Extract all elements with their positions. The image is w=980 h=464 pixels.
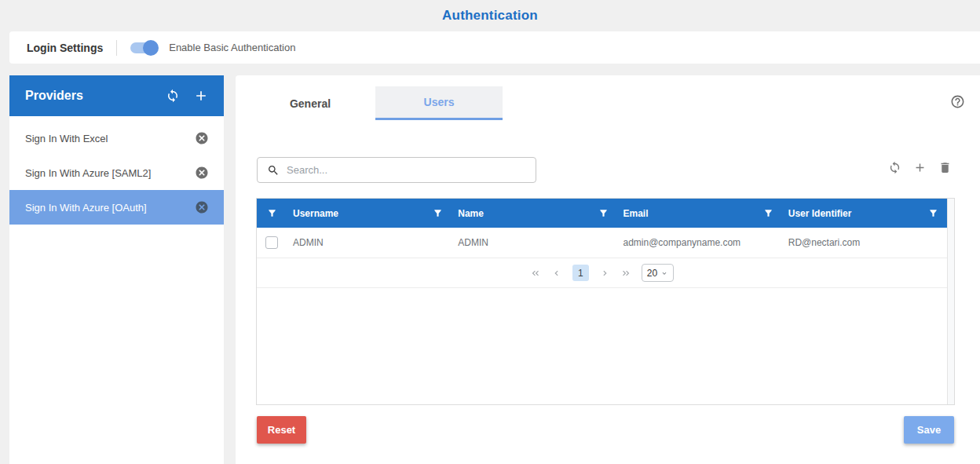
- remove-provider-button[interactable]: [195, 166, 209, 180]
- authentication-screen: Authentication Login Settings Enable Bas…: [0, 0, 980, 464]
- divider: [116, 40, 117, 56]
- refresh-providers-button[interactable]: [166, 89, 180, 103]
- tab-label: General: [290, 97, 331, 110]
- enable-basic-auth-label: Enable Basic Authentication: [169, 42, 295, 53]
- last-page-button[interactable]: [620, 268, 631, 279]
- table-header: Username Name Email User Identifier: [257, 199, 947, 228]
- cell-name: ADMIN: [452, 237, 616, 248]
- help-button[interactable]: [950, 94, 965, 109]
- provider-label: Sign In With Excel: [25, 133, 195, 144]
- providers-panel: Providers Sign In With Excel Sign In Wit…: [9, 75, 224, 464]
- double-chevron-right-icon: [620, 268, 631, 279]
- search-box: [257, 157, 536, 183]
- cell-email: admin@companyname.com: [617, 237, 782, 248]
- users-table-inner: Username Name Email User Identifier: [257, 199, 948, 404]
- chevron-right-icon: [599, 268, 610, 279]
- login-settings-label: Login Settings: [27, 42, 103, 54]
- row-checkbox[interactable]: [265, 236, 278, 249]
- provider-list: Sign In With Excel Sign In With Azure [S…: [9, 116, 224, 225]
- search-input[interactable]: [287, 164, 528, 176]
- first-page-button[interactable]: [530, 268, 541, 279]
- providers-header: Providers: [9, 75, 224, 116]
- remove-provider-button[interactable]: [195, 200, 209, 214]
- trash-icon: [938, 161, 952, 174]
- page-title: Authentication: [0, 0, 980, 24]
- column-label: Name: [458, 208, 484, 219]
- delete-user-button[interactable]: [938, 161, 952, 174]
- double-chevron-left-icon: [530, 268, 541, 279]
- filter-icon[interactable]: [433, 208, 443, 218]
- header-user-identifier: User Identifier: [782, 199, 947, 228]
- close-circle-icon: [195, 200, 209, 214]
- filter-icon[interactable]: [928, 208, 938, 218]
- filter-icon[interactable]: [763, 208, 773, 218]
- provider-label: Sign In With Azure [SAML2]: [25, 167, 195, 179]
- column-label: User Identifier: [788, 208, 852, 219]
- close-circle-icon: [195, 166, 209, 180]
- top-bar: Authentication: [0, 0, 980, 31]
- users-table: Username Name Email User Identifier: [256, 198, 955, 405]
- tab-general[interactable]: General: [247, 86, 374, 120]
- page-size-select[interactable]: 20: [642, 264, 674, 282]
- search-icon: [267, 164, 280, 177]
- header-checkbox-column: [257, 199, 287, 228]
- refresh-icon: [888, 161, 901, 174]
- provider-item-azure-oauth[interactable]: Sign In With Azure [OAuth]: [9, 190, 224, 225]
- filter-icon[interactable]: [267, 208, 277, 218]
- reset-button[interactable]: Reset: [257, 416, 306, 444]
- add-user-button[interactable]: [913, 161, 927, 174]
- row-checkbox-cell: [257, 236, 287, 249]
- cell-user-identifier: RD@nectari.com: [782, 237, 947, 248]
- providers-title: Providers: [25, 89, 152, 103]
- close-circle-icon: [195, 131, 209, 145]
- next-page-button[interactable]: [599, 268, 610, 279]
- provider-item-excel[interactable]: Sign In With Excel: [9, 121, 224, 155]
- cell-username: ADMIN: [287, 237, 452, 248]
- filter-icon[interactable]: [598, 208, 609, 218]
- pagination: 1 20: [257, 258, 947, 288]
- page-size-value: 20: [647, 268, 657, 279]
- prev-page-button[interactable]: [551, 268, 562, 279]
- help-icon: [950, 94, 965, 109]
- refresh-users-button[interactable]: [888, 161, 901, 174]
- chevron-left-icon: [551, 268, 562, 279]
- tab-users[interactable]: Users: [375, 86, 503, 120]
- refresh-icon: [166, 89, 180, 103]
- remove-provider-button[interactable]: [195, 131, 209, 145]
- header-name: Name: [452, 199, 616, 228]
- add-provider-button[interactable]: [193, 88, 209, 104]
- plus-icon: [913, 161, 927, 174]
- tab-label: Users: [424, 96, 455, 108]
- column-label: Username: [293, 208, 338, 219]
- login-settings-bar: Login Settings Enable Basic Authenticati…: [9, 31, 980, 64]
- column-label: Email: [623, 208, 649, 219]
- header-email: Email: [617, 199, 782, 228]
- save-button[interactable]: Save: [904, 416, 954, 444]
- current-page-button[interactable]: 1: [572, 265, 589, 281]
- users-toolbar: [888, 161, 952, 174]
- table-row[interactable]: ADMIN ADMIN admin@companyname.com RD@nec…: [257, 228, 947, 258]
- provider-item-azure-saml2[interactable]: Sign In With Azure [SAML2]: [9, 155, 224, 190]
- chevron-down-icon: [660, 269, 668, 277]
- table-empty-area: [257, 288, 947, 404]
- enable-basic-auth-toggle[interactable]: [130, 42, 156, 53]
- tabs: General Users: [247, 86, 503, 120]
- header-username: Username: [287, 199, 452, 228]
- toggle-knob: [143, 40, 159, 56]
- provider-label: Sign In With Azure [OAuth]: [25, 202, 195, 214]
- provider-detail-panel: General Users: [236, 75, 980, 464]
- plus-icon: [193, 88, 209, 104]
